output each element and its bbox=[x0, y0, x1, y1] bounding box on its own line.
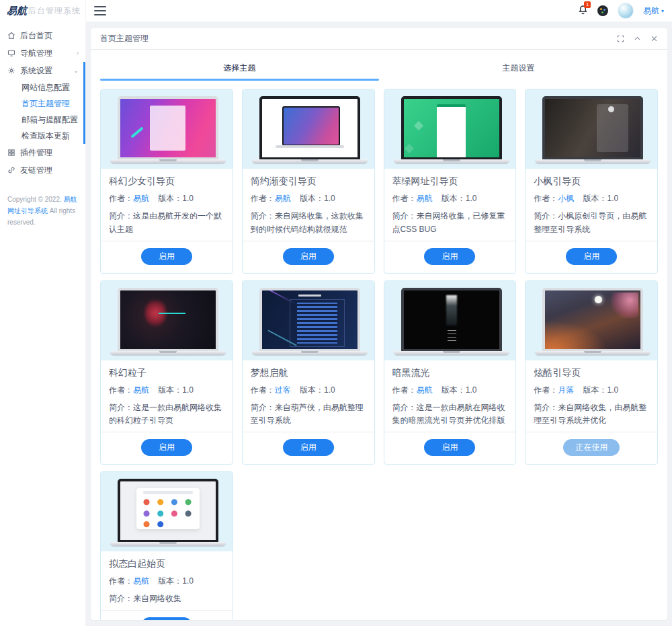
theme-info: 拟态白起始页 作者：易航 版本：1.0 简介：来自网络收集 bbox=[101, 551, 233, 610]
theme-author-link[interactable]: 易航 bbox=[417, 194, 433, 203]
theme-name: 梦想启航 bbox=[251, 367, 366, 379]
theme-card: 科幻少女引导页 作者：易航 版本：1.0 简介：这是由易航开发的一个默认主题 启… bbox=[100, 89, 233, 274]
theme-author-link[interactable]: 易航 bbox=[275, 194, 291, 203]
theme-card: 梦想启航 作者：过客 版本：1.0 简介：来自葫芦侠，由易航整理至引导系统 启用 bbox=[242, 280, 375, 465]
theme-version: 1.0 bbox=[324, 385, 335, 395]
theme-name: 暗黑流光 bbox=[392, 367, 508, 379]
version-label: 版本： bbox=[583, 194, 607, 203]
sidebar-item-navigation[interactable]: 导航管理 › bbox=[0, 44, 85, 62]
theme-name: 炫酷引导页 bbox=[534, 367, 649, 379]
laptop-screen bbox=[542, 96, 643, 159]
sidebar-item-dashboard[interactable]: 后台首页 bbox=[0, 27, 85, 44]
version-label: 版本： bbox=[583, 385, 607, 395]
apply-theme-button[interactable]: 启用 bbox=[283, 248, 334, 265]
screen-decoration bbox=[608, 106, 614, 112]
theme-preview bbox=[101, 89, 233, 169]
panel-tools bbox=[617, 35, 658, 42]
grid-icon bbox=[7, 149, 15, 157]
theme-version: 1.0 bbox=[607, 194, 619, 203]
theme-actions: 启用 bbox=[526, 241, 657, 273]
screen-decoration bbox=[595, 296, 602, 303]
apply-theme-button[interactable]: 启用 bbox=[424, 439, 475, 456]
desc-value: 来自网络收集 bbox=[133, 594, 181, 603]
laptop-base bbox=[252, 159, 368, 163]
sidebar-item-plugins[interactable]: 插件管理 bbox=[0, 144, 85, 161]
theme-meta: 作者：易航 版本：1.0 bbox=[109, 385, 224, 396]
user-avatar[interactable] bbox=[618, 3, 634, 19]
laptop-base bbox=[110, 542, 226, 546]
theme-meta: 作者：易航 版本：1.0 bbox=[109, 576, 224, 587]
apply-theme-button[interactable]: 启用 bbox=[283, 439, 334, 456]
tab-select-theme[interactable]: 选择主题 bbox=[100, 56, 379, 81]
version-label: 版本： bbox=[300, 385, 324, 395]
apply-theme-button[interactable]: 启用 bbox=[141, 439, 192, 456]
sidebar-item-label: 插件管理 bbox=[20, 147, 52, 159]
theme-meta: 作者：易航 版本：1.0 bbox=[251, 193, 366, 204]
chevron-right-icon: › bbox=[77, 50, 79, 56]
theme-name: 萃绿网址引导页 bbox=[392, 175, 508, 188]
topbar-right: 1 易航 ▾ bbox=[578, 3, 664, 19]
theme-meta: 作者：易航 版本：1.0 bbox=[392, 385, 508, 396]
system-settings-submenu: 网站信息配置 首页主题管理 邮箱与提醒配置 检查版本更新 bbox=[0, 79, 85, 144]
version-label: 版本： bbox=[442, 194, 466, 203]
theme-author-link[interactable]: 易航 bbox=[417, 385, 433, 395]
theme-meta: 作者：易航 版本：1.0 bbox=[392, 193, 508, 204]
laptop-mockup bbox=[394, 288, 509, 355]
laptop-base bbox=[394, 159, 509, 163]
theme-actions: 启用 bbox=[384, 432, 516, 464]
theme-author-link[interactable]: 月落 bbox=[558, 385, 574, 395]
sidebar-item-label: 导航管理 bbox=[20, 48, 52, 59]
version-label: 版本： bbox=[158, 385, 182, 395]
theme-description: 简介：小枫原创引导页，由易航整理至引导系统 bbox=[534, 210, 649, 237]
sidebar-subitem-theme-management[interactable]: 首页主题管理 bbox=[0, 95, 85, 112]
theme-info: 简约渐变引导页 作者：易航 版本：1.0 简介：来自网络收集，这款收集到的时候代… bbox=[243, 169, 374, 241]
sidebar-subitem-site-info[interactable]: 网站信息配置 bbox=[0, 79, 85, 95]
theme-info: 梦想启航 作者：过客 版本：1.0 简介：来自葫芦侠，由易航整理至引导系统 bbox=[243, 360, 374, 432]
desc-label: 简介： bbox=[109, 403, 133, 412]
sidebar-subitem-email-config[interactable]: 邮箱与提醒配置 bbox=[0, 112, 85, 128]
apply-theme-button[interactable]: 启用 bbox=[141, 617, 192, 620]
collapse-icon[interactable] bbox=[634, 35, 641, 42]
apply-theme-button[interactable]: 启用 bbox=[424, 248, 475, 265]
monitor-icon bbox=[7, 49, 15, 58]
theme-palette-icon[interactable] bbox=[597, 5, 608, 16]
user-menu[interactable]: 易航 ▾ bbox=[643, 5, 664, 17]
theme-card: 拟态白起始页 作者：易航 版本：1.0 简介：来自网络收集 启用 bbox=[100, 471, 233, 620]
theme-author-link[interactable]: 易航 bbox=[133, 194, 149, 203]
hamburger-menu-icon[interactable] bbox=[94, 6, 106, 15]
close-icon[interactable] bbox=[650, 35, 658, 42]
version-label: 版本： bbox=[442, 385, 466, 395]
theme-info: 萃绿网址引导页 作者：易航 版本：1.0 简介：来自网络收集，已修复重点CSS … bbox=[384, 169, 516, 241]
desc-label: 简介： bbox=[109, 594, 133, 603]
topbar: 1 易航 ▾ bbox=[86, 0, 672, 22]
theme-management-panel: 首页主题管理 选择主题 主题设置 bbox=[91, 28, 667, 620]
theme-author-link[interactable]: 易航 bbox=[133, 576, 149, 586]
fullscreen-icon[interactable] bbox=[617, 35, 624, 42]
apply-theme-button[interactable]: 正在使用 bbox=[563, 439, 620, 456]
theme-author-link[interactable]: 易航 bbox=[133, 385, 149, 395]
content: 首页主题管理 选择主题 主题设置 bbox=[86, 22, 672, 626]
apply-theme-button[interactable]: 启用 bbox=[566, 248, 617, 265]
panel-body: 选择主题 主题设置 科幻少女引导页 作者：易航 版本：1.0 简介：这是由易航开… bbox=[91, 50, 667, 620]
theme-card: 简约渐变引导页 作者：易航 版本：1.0 简介：来自网络收集，这款收集到的时候代… bbox=[242, 89, 375, 274]
copyright-text: Copyright © 2022. 易航网址引导系统 All rights re… bbox=[0, 194, 85, 228]
theme-author-link[interactable]: 小枫 bbox=[558, 194, 574, 203]
app-root: 易航 后台管理系统 后台首页 导航管理 › 系统设置 ⌄ 网站信息配置 首页主题… bbox=[0, 0, 672, 626]
gear-icon bbox=[7, 67, 15, 75]
theme-author-link[interactable]: 过客 bbox=[275, 385, 291, 395]
sidebar-item-label: 系统设置 bbox=[20, 65, 52, 77]
theme-card: 科幻粒子 作者：易航 版本：1.0 简介：这是一款由易航网络收集的科幻粒子引导页… bbox=[100, 280, 233, 465]
apply-theme-button[interactable]: 启用 bbox=[141, 248, 192, 265]
sidebar: 易航 后台管理系统 后台首页 导航管理 › 系统设置 ⌄ 网站信息配置 首页主题… bbox=[0, 0, 86, 626]
sidebar-item-friend-links[interactable]: 友链管理 bbox=[0, 161, 85, 179]
theme-description: 简介：来自网络收集 bbox=[109, 592, 224, 606]
theme-preview bbox=[384, 281, 516, 360]
notification-bell-icon[interactable]: 1 bbox=[578, 5, 588, 17]
laptop-mockup bbox=[252, 96, 368, 163]
sidebar-item-system-settings[interactable]: 系统设置 ⌄ bbox=[0, 62, 85, 79]
tab-theme-settings[interactable]: 主题设置 bbox=[379, 56, 658, 81]
theme-actions: 启用 bbox=[101, 610, 233, 620]
laptop-base bbox=[535, 159, 650, 163]
sidebar-subitem-version-check[interactable]: 检查版本更新 bbox=[0, 128, 85, 144]
version-label: 版本： bbox=[158, 576, 182, 586]
